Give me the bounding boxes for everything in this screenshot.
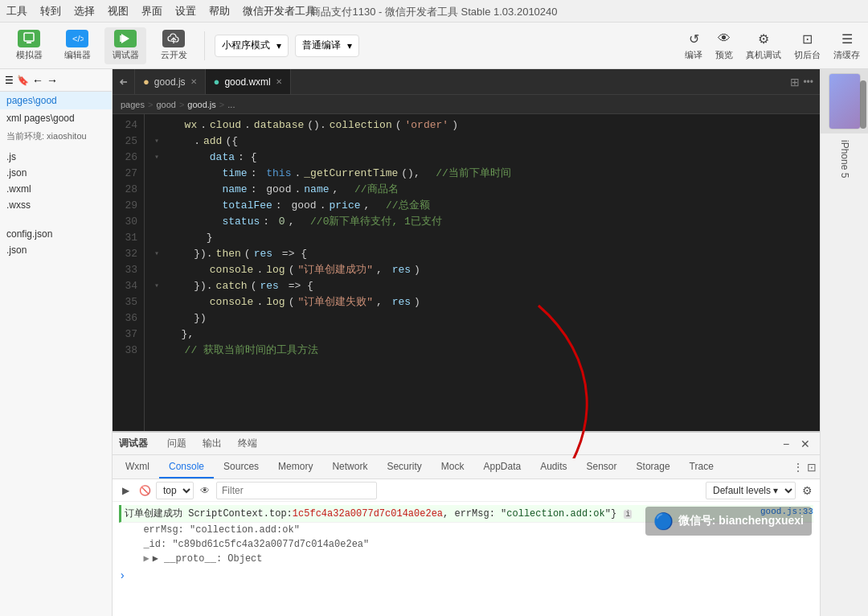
code-line-32: ▾ }).then(res => { — [154, 246, 810, 262]
sidebar-file-wxss[interactable]: .wxss — [0, 197, 112, 213]
menu-item-interface[interactable]: 界面 — [141, 4, 162, 18]
sidebar-item-xml-good[interactable]: xml pages\good — [0, 109, 112, 127]
context-selector[interactable]: top — [156, 482, 194, 499]
sidebar-bookmark-icon[interactable]: 🔖 — [17, 75, 29, 86]
breadcrumb-sep1: > — [148, 100, 153, 109]
levels-selector[interactable]: Default levels ▾ — [706, 482, 796, 499]
devtools-dock-icon[interactable]: ⊡ — [807, 461, 817, 474]
debugger-icon — [114, 30, 137, 47]
split-editor-icon[interactable]: ⊞ — [790, 76, 800, 88]
preview-action[interactable]: 👁 预览 — [715, 30, 733, 61]
sidebar-env-label: 当前环境: xiaoshitou — [0, 127, 112, 146]
devtools-tab-audits[interactable]: Audits — [530, 455, 576, 478]
sidebar-file-json[interactable]: .json — [0, 165, 112, 181]
debugger-button[interactable]: 调试器 — [104, 27, 146, 64]
menu-item-settings[interactable]: 设置 — [175, 4, 196, 18]
breadcrumb-good: good — [156, 100, 175, 109]
svg-text:</>: </> — [72, 34, 84, 43]
devtools-menu-issues[interactable]: 问题 — [167, 437, 186, 450]
sidebar-file-wxml[interactable]: .wxml — [0, 181, 112, 197]
devtools-tab-mock[interactable]: Mock — [432, 455, 474, 478]
devtools-minimize-icon[interactable]: − — [778, 436, 794, 452]
devtools-menu-terminal[interactable]: 终端 — [238, 437, 257, 450]
editor-button[interactable]: </> 编辑器 — [56, 27, 98, 64]
menu-item-help[interactable]: 帮助 — [209, 4, 230, 18]
editor-label: 编辑器 — [64, 49, 91, 61]
sidebar-bottom-files: config.json .json — [0, 226, 112, 258]
devtools-close-icon[interactable]: ✕ — [797, 436, 813, 452]
editor-icon: </> — [66, 30, 88, 47]
console-clear-icon[interactable]: 🚫 — [137, 483, 153, 499]
menu-item-select[interactable]: 选择 — [74, 4, 95, 18]
tab-good-wxml-label: good.wxml — [224, 76, 270, 88]
fold-32[interactable]: ▾ — [154, 246, 166, 262]
cloud-button[interactable]: 云开发 — [153, 27, 194, 64]
devtools-tab-trace[interactable]: Trace — [680, 455, 723, 478]
console-chevron[interactable]: › — [119, 566, 813, 585]
devtools-tab-storage[interactable]: Storage — [627, 455, 680, 478]
fold-24[interactable] — [154, 117, 166, 133]
menu-item-goto[interactable]: 转到 — [40, 4, 61, 18]
devtools-tab-console[interactable]: Console — [159, 455, 214, 478]
console-toolbar: ▶ 🚫 top 👁 Default levels ▾ ⚙ — [113, 479, 820, 502]
code-line-26: ▾ data: { — [154, 150, 810, 166]
tab-bar: ● good.js ✕ ● good.wxml ✕ ⊞ ••• — [113, 69, 820, 95]
tab-good-wxml-icon: ● — [214, 76, 220, 88]
debugger-label: 调试器 — [113, 49, 139, 61]
tab-bar-right: ⊞ ••• — [790, 69, 820, 94]
devtools-tab-memory[interactable]: Memory — [268, 455, 322, 478]
code-line-27: time: this._getCurrentTime(), //当前下单时间 — [154, 166, 810, 182]
code-editor[interactable]: 24 25 26 27 28 29 30 31 32 33 34 35 36 3… — [113, 114, 820, 431]
sidebar-back-icon[interactable]: ← — [32, 74, 43, 87]
devtools-tab-appdata[interactable]: AppData — [473, 455, 530, 478]
menu-item-tools[interactable]: 工具 — [6, 4, 27, 18]
devtools-menu-output[interactable]: 输出 — [203, 437, 222, 450]
sidebar-file-js[interactable]: .js — [0, 149, 112, 165]
sidebar-collapse-icon[interactable]: ☰ — [5, 75, 14, 86]
console-eye-icon[interactable]: 👁 — [197, 483, 213, 499]
console-gear-icon[interactable]: ⚙ — [799, 483, 815, 499]
compile-dropdown-icon: ▾ — [347, 40, 352, 51]
svg-rect-1 — [27, 42, 31, 43]
tab-good-js-icon: ● — [143, 76, 149, 88]
tab-good-js-label: good.js — [154, 76, 186, 88]
filter-input[interactable] — [216, 482, 377, 499]
tab-good-js[interactable]: ● good.js ✕ — [135, 69, 206, 94]
fold-26[interactable]: ▾ — [154, 150, 166, 166]
console-run-icon[interactable]: ▶ — [117, 483, 133, 499]
devtools-tab-network[interactable]: Network — [322, 455, 377, 478]
sidebar-file-config[interactable]: config.json — [0, 226, 112, 242]
breadcrumb-sep2: > — [179, 100, 184, 109]
devtools-more-icon[interactable]: ⋮ — [792, 461, 804, 474]
menu-item-devtools[interactable]: 微信开发者工具 — [243, 4, 316, 18]
sidebar-top: ☰ 🔖 ← → — [0, 69, 112, 92]
proto-expand-icon[interactable]: ▶ — [143, 553, 149, 565]
fold-34[interactable]: ▾ — [154, 278, 166, 294]
compile-action[interactable]: ↺ 编译 — [685, 30, 702, 61]
breadcrumb-sep3: > — [219, 100, 224, 109]
sidebar-forward-icon[interactable]: → — [47, 74, 58, 87]
tab-bar-more-icon[interactable]: ••• — [803, 76, 813, 88]
sidebar-item-pages-good[interactable]: pages\good — [0, 92, 112, 109]
fold-25[interactable]: ▾ — [154, 133, 166, 150]
devtools-tab-sources[interactable]: Sources — [214, 455, 268, 478]
mode-selector[interactable]: 小程序模式 ▾ — [215, 35, 289, 57]
code-line-25: ▾ .add({ — [154, 133, 810, 150]
devtools-tab-sensor[interactable]: Sensor — [577, 455, 627, 478]
breadcrumb-pages: pages — [121, 100, 145, 109]
tab-bar-left-icon[interactable] — [113, 69, 135, 94]
toolbar: 模拟器 </> 编辑器 调试器 云开发 小程序模式 ▾ 普通编译 ▾ — [0, 23, 868, 69]
devtools-tab-wxml[interactable]: Wxml — [116, 455, 159, 478]
tab-good-wxml[interactable]: ● good.wxml ✕ — [206, 69, 291, 94]
tab-good-js-close[interactable]: ✕ — [190, 77, 197, 86]
clear-cache-action[interactable]: ☰ 清缓存 — [833, 30, 860, 61]
real-debug-action[interactable]: ⚙ 真机调试 — [746, 30, 781, 61]
devtools-tab-security[interactable]: Security — [377, 455, 431, 478]
menu-item-view[interactable]: 视图 — [108, 4, 129, 18]
compile-selector[interactable]: 普通编译 ▾ — [295, 35, 359, 57]
simulator-button[interactable]: 模拟器 — [8, 27, 50, 64]
tab-good-wxml-close[interactable]: ✕ — [276, 77, 282, 86]
background-action[interactable]: ⊡ 切后台 — [794, 30, 821, 61]
sidebar-file-json2[interactable]: .json — [0, 242, 112, 258]
devtools-header-controls: − ✕ — [778, 436, 813, 452]
